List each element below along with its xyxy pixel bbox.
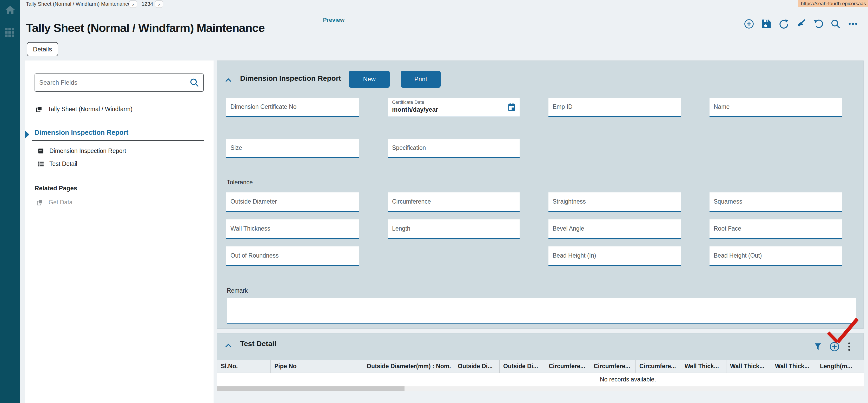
app-window: https://seah-fourth.epicorsaas. Tally Sh… <box>0 0 868 403</box>
kebab-menu-icon[interactable] <box>847 341 851 353</box>
search-fields-box[interactable] <box>35 73 204 92</box>
emp-id-field[interactable] <box>549 98 681 117</box>
certificate-date-field[interactable]: Certificate Date month/day/year <box>388 98 520 117</box>
apps-grid-icon[interactable] <box>5 28 16 38</box>
add-circle-icon[interactable] <box>744 19 754 29</box>
print-button[interactable]: Print <box>401 71 441 88</box>
sidebar-item-dimension-inspection-report[interactable]: Dimension Inspection Report <box>37 146 126 156</box>
page-title: Tally Sheet (Normal / Windfarm) Maintena… <box>26 21 265 35</box>
add-row-icon[interactable] <box>829 341 840 353</box>
clear-broom-icon[interactable] <box>795 19 806 29</box>
breadcrumb-level1[interactable]: Tally Sheet (Normal / Windfarm) Maintena… <box>26 1 131 7</box>
tolerance-circumference-field[interactable] <box>388 193 520 212</box>
specification-field[interactable] <box>388 139 520 158</box>
preview-badge: Preview <box>323 16 344 23</box>
tolerance-length-field[interactable] <box>388 220 520 239</box>
sidebar-item-get-data[interactable]: Get Data <box>36 197 72 208</box>
search-icon[interactable] <box>189 77 199 88</box>
refresh-icon[interactable] <box>778 19 789 29</box>
grid-header-row: Sl.No. Pipe No Outside Diameter(mm) : No… <box>217 360 864 373</box>
column-header[interactable]: Circumfere... <box>636 360 681 373</box>
name-field[interactable] <box>710 98 842 117</box>
horizontal-scrollbar[interactable] <box>217 387 864 391</box>
sidebar-section-dimension-inspection-report[interactable]: Dimension Inspection Report <box>32 129 204 141</box>
remark-label: Remark <box>227 287 248 294</box>
tolerance-root-face-field[interactable] <box>710 220 842 239</box>
pages-icon <box>36 106 42 113</box>
column-header[interactable]: Outside Di... <box>454 360 500 373</box>
sidebar-section-label: Dimension Inspection Report <box>35 129 128 136</box>
test-detail-panel: Test Detail Sl.No. Pipe No Outside Diame… <box>217 333 864 391</box>
column-header[interactable]: Circumfere... <box>590 360 636 373</box>
undo-icon[interactable] <box>813 19 824 29</box>
section-title: Test Detail <box>240 340 276 348</box>
sidebar-item-label: Test Detail <box>49 161 77 167</box>
column-header[interactable]: Length(m... <box>816 360 864 373</box>
dimension-inspection-report-panel: Dimension Inspection Report New Print Ce… <box>217 61 864 329</box>
tolerance-outside-diameter-field[interactable] <box>226 193 359 212</box>
related-pages-heading: Related Pages <box>35 184 77 192</box>
filter-icon[interactable] <box>813 342 822 352</box>
fields-sidebar: Tally Sheet (Normal / Windfarm) Dimensio… <box>25 61 214 403</box>
pages-icon <box>36 199 43 206</box>
breadcrumb-level2[interactable]: 1234 <box>142 1 153 7</box>
url-preview-tooltip: https://seah-fourth.epicorsaas. <box>798 0 868 7</box>
breadcrumb-chevron-icon[interactable]: › <box>129 1 137 8</box>
sidebar-item-label: Dimension Inspection Report <box>49 147 126 155</box>
overflow-menu-icon[interactable] <box>847 19 858 29</box>
column-header[interactable]: Outside Diameter(mm) : Nom. <box>363 360 454 373</box>
scrollbar-thumb[interactable] <box>217 387 404 391</box>
tolerance-bead-height-out-field[interactable] <box>710 246 842 266</box>
tolerance-bevel-angle-field[interactable] <box>549 220 681 239</box>
search-fields-input[interactable] <box>35 79 189 86</box>
certificate-date-label: Certificate Date <box>392 100 424 105</box>
form-panel-icon <box>37 147 44 154</box>
column-header[interactable]: Sl.No. <box>217 360 271 373</box>
calendar-icon[interactable] <box>507 103 516 112</box>
grid-empty-row: No records available. <box>217 373 864 387</box>
tab-details[interactable]: Details <box>27 42 58 56</box>
collapse-chevron-icon[interactable] <box>225 343 232 348</box>
save-icon[interactable] <box>761 19 772 29</box>
column-header[interactable]: Wall Thick... <box>681 360 726 373</box>
tolerance-bead-height-in-field[interactable] <box>549 246 681 266</box>
tolerance-squarness-field[interactable] <box>710 193 842 212</box>
column-header[interactable]: Outside Di... <box>500 360 545 373</box>
remark-textarea[interactable] <box>227 298 856 324</box>
column-header[interactable]: Pipe No <box>271 360 363 373</box>
column-header[interactable]: Wall Thick... <box>726 360 771 373</box>
collapse-chevron-icon[interactable] <box>225 78 232 82</box>
column-header[interactable]: Wall Thick... <box>771 360 816 373</box>
sidebar-item-tally-sheet[interactable]: Tally Sheet (Normal / Windfarm) <box>36 103 132 115</box>
size-field[interactable] <box>226 139 359 158</box>
app-rail <box>0 0 20 403</box>
no-records-message: No records available. <box>600 376 656 383</box>
certificate-date-value[interactable]: month/day/year <box>392 106 438 113</box>
tolerance-straightness-field[interactable] <box>549 193 681 212</box>
search-icon[interactable] <box>830 19 841 29</box>
sidebar-item-label: Tally Sheet (Normal / Windfarm) <box>48 106 132 113</box>
sidebar-item-test-detail[interactable]: Test Detail <box>37 159 77 169</box>
tolerance-out-of-roundness-field[interactable] <box>226 246 359 266</box>
breadcrumb-chevron-icon[interactable]: › <box>155 1 163 8</box>
tolerance-group-label: Tolerance <box>227 179 253 186</box>
selected-marker-icon <box>25 130 29 139</box>
tolerance-wall-thickness-field[interactable] <box>226 220 359 239</box>
sidebar-item-label: Get Data <box>49 199 72 206</box>
new-button[interactable]: New <box>349 71 390 88</box>
section-title: Dimension Inspection Report <box>240 74 341 82</box>
dimension-certificate-no-field[interactable] <box>226 98 359 117</box>
column-header[interactable]: Circumfere... <box>545 360 590 373</box>
list-icon <box>37 161 44 167</box>
home-icon[interactable] <box>5 5 16 15</box>
